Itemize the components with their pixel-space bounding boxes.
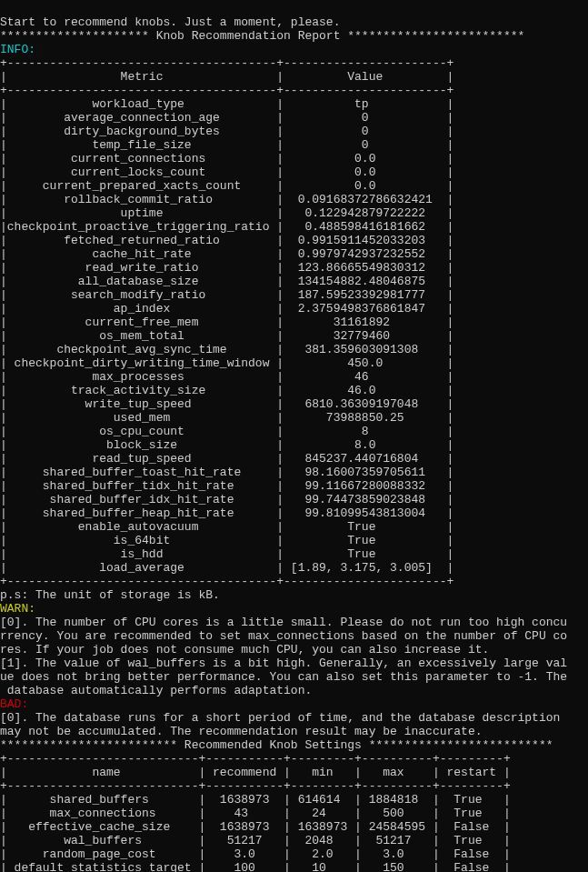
settings-banner: ************************* Recommended Kn… [0,738,553,752]
ps-line: p.s: The unit of storage is kB. [0,588,220,602]
warn-body: [0]. The number of CPU cores is a little… [0,616,567,697]
metrics-table: +--------------------------------------+… [0,56,453,588]
report-banner: ********************* Knob Recommendatio… [0,29,524,43]
bad-label: BAD: [0,697,28,711]
warn-label: WARN: [0,602,35,616]
info-label: INFO: [0,43,35,56]
terminal-output: Start to recommend knobs. Just a moment,… [0,14,588,872]
knobs-table: +---------------------------+-----------… [0,752,511,872]
bad-body: [0]. The database runs for a short perio… [0,711,567,738]
intro-line: Start to recommend knobs. Just a moment,… [0,15,340,29]
